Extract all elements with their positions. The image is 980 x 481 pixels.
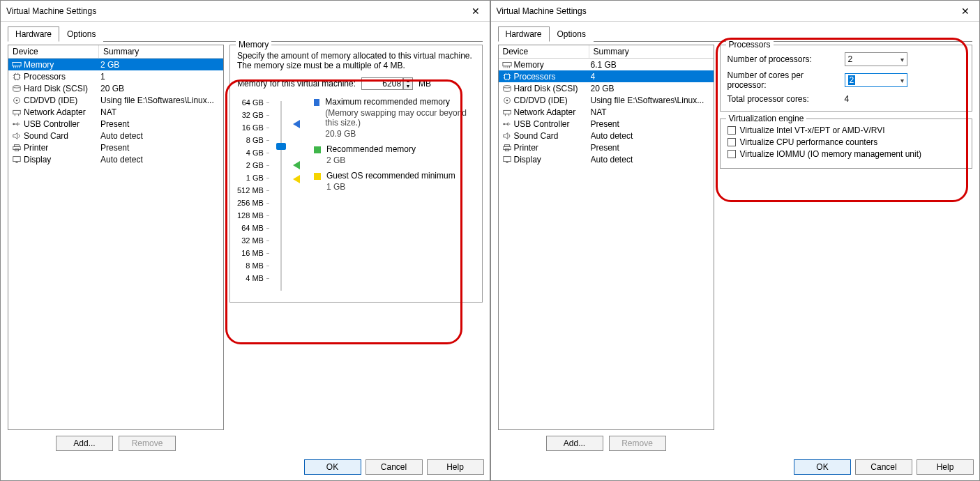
virt-vtx-checkbox[interactable]: Virtualize Intel VT-x/EPT or AMD-V/RVI (728, 125, 965, 135)
help-button[interactable]: Help (427, 459, 484, 475)
remove-button[interactable]: Remove (609, 436, 666, 451)
cores-combo[interactable]: 2 ▾ (845, 73, 907, 87)
cancel-button[interactable]: Cancel (855, 459, 912, 475)
virt-vtx-label: Virtualize Intel VT-x/EPT or AMD-V/RVI (740, 125, 885, 135)
memory-input[interactable] (361, 77, 403, 90)
device-name: USB Controller (514, 119, 591, 129)
num-proc-combo[interactable]: 2 ▾ (845, 52, 907, 66)
header-device: Device (499, 45, 589, 58)
memory-slider-handle[interactable] (276, 143, 286, 150)
memory-spinner[interactable]: ▲ ▼ (403, 77, 413, 90)
svg-rect-35 (504, 74, 509, 79)
svg-rect-0 (13, 62, 21, 66)
virt-perf-checkbox[interactable]: Virtualize CPU performance counters (728, 137, 965, 147)
virt-perf-label: Virtualize CPU performance counters (740, 137, 878, 147)
device-row[interactable]: Network AdapterNAT (8, 106, 223, 118)
add-button[interactable]: Add... (56, 436, 113, 451)
device-row[interactable]: CD/DVD (IDE)Using file E:\Softwares\Linu… (8, 94, 223, 106)
chevron-down-icon: ▾ (900, 77, 904, 84)
memory-tick: 4 MB (246, 273, 269, 284)
device-row[interactable]: Hard Disk (SCSI)20 GB (8, 82, 223, 94)
device-row[interactable]: DisplayAuto detect (499, 153, 714, 165)
device-row[interactable]: Network AdapterNAT (499, 106, 714, 118)
help-button[interactable]: Help (917, 459, 974, 475)
device-row[interactable]: Memory2 GB (8, 59, 223, 70)
device-summary: Present (591, 143, 711, 153)
device-name: Printer (24, 143, 100, 153)
device-row[interactable]: PrinterPresent (8, 142, 223, 153)
close-icon[interactable]: ✕ (467, 6, 484, 17)
device-row[interactable]: Processors4 (499, 70, 714, 82)
cancel-button[interactable]: Cancel (365, 459, 423, 475)
device-name: Hard Disk (SCSI) (24, 84, 100, 93)
device-name: Sound Card (514, 131, 591, 141)
marker-recommended-icon (293, 161, 300, 169)
memory-tick: 128 MB (237, 210, 269, 221)
min-memory-value: 1 GB (326, 182, 455, 192)
device-row[interactable]: PrinterPresent (499, 142, 714, 153)
marker-min-icon (293, 175, 300, 183)
device-name: Printer (514, 143, 591, 153)
tab-options[interactable]: Options (59, 26, 103, 42)
device-row[interactable]: Sound CardAuto detect (8, 130, 223, 142)
device-name: CD/DVD (IDE) (24, 96, 100, 105)
close-icon[interactable]: ✕ (957, 6, 974, 17)
tab-hardware[interactable]: Hardware (498, 26, 550, 42)
tab-options[interactable]: Options (550, 26, 594, 42)
device-row[interactable]: CD/DVD (IDE)Using file E:\Softwares\Linu… (499, 94, 714, 106)
total-cores-value: 4 (845, 94, 907, 104)
device-summary: Auto detect (591, 131, 711, 141)
processors-icon (11, 72, 22, 82)
device-summary: Using file E:\Softwares\Linux... (100, 96, 220, 105)
tab-hardware[interactable]: Hardware (8, 26, 59, 42)
add-button[interactable]: Add... (546, 436, 603, 451)
max-memory-value: 20.9 GB (325, 129, 474, 139)
device-summary: NAT (591, 107, 711, 117)
max-memory-note: (Memory swapping may occur beyond this s… (325, 108, 474, 128)
svg-rect-17 (13, 110, 21, 114)
device-row[interactable]: Processors1 (8, 70, 223, 82)
memory-tick: 512 MB (237, 185, 269, 196)
memory-tick: 1 GB (246, 172, 269, 183)
memory-slider-track[interactable] (278, 101, 285, 291)
memory-description: Specify the amount of memory allocated t… (237, 51, 475, 70)
checkbox-icon (728, 126, 736, 135)
cd-dvd-ide--icon (11, 96, 22, 105)
ok-button[interactable]: OK (304, 459, 361, 475)
processors-icon (502, 72, 513, 82)
device-name: Network Adapter (514, 107, 591, 117)
device-row[interactable]: Sound CardAuto detect (499, 130, 714, 142)
memory-input-label: Memory for this virtual machine: (237, 79, 356, 89)
device-row[interactable]: DisplayAuto detect (8, 153, 223, 165)
header-summary: Summary (99, 45, 223, 58)
memory-tick: 64 MB (241, 222, 269, 234)
svg-point-16 (16, 99, 18, 101)
device-name: Processors (514, 72, 591, 82)
device-name: Network Adapter (24, 107, 100, 117)
rec-memory-value: 2 GB (326, 155, 416, 165)
device-row[interactable]: USB ControllerPresent (8, 118, 223, 130)
device-row[interactable]: USB ControllerPresent (499, 118, 714, 130)
device-row[interactable]: Hard Disk (SCSI)20 GB (499, 82, 714, 94)
device-name: Sound Card (24, 131, 100, 141)
vm-settings-dialog-left: Virtual Machine Settings ✕ Hardware Opti… (0, 0, 490, 481)
max-memory-label: Maximum recommended memory (325, 97, 474, 107)
rec-memory-label: Recommended memory (326, 144, 416, 154)
device-name: USB Controller (24, 119, 100, 129)
svg-rect-5 (15, 74, 20, 79)
device-summary: Auto detect (591, 155, 711, 165)
spinner-up-icon[interactable]: ▲ (404, 78, 412, 84)
num-proc-value: 2 (848, 54, 853, 64)
svg-point-46 (506, 99, 508, 101)
remove-button[interactable]: Remove (119, 436, 176, 451)
spinner-down-icon[interactable]: ▼ (404, 84, 412, 89)
sound-card-icon (502, 131, 513, 141)
memory-tick: 32 GB (242, 109, 269, 121)
svg-rect-30 (502, 62, 511, 66)
memory-tick: 8 GB (246, 135, 269, 146)
window-title: Virtual Machine Settings (497, 6, 587, 16)
virt-iommu-checkbox[interactable]: Virtualize IOMMU (IO memory management u… (728, 149, 965, 159)
device-row[interactable]: Memory6.1 GB (499, 59, 714, 70)
device-table: Device Summary Memory6.1 GBProcessors4Ha… (498, 45, 714, 430)
ok-button[interactable]: OK (794, 459, 851, 475)
